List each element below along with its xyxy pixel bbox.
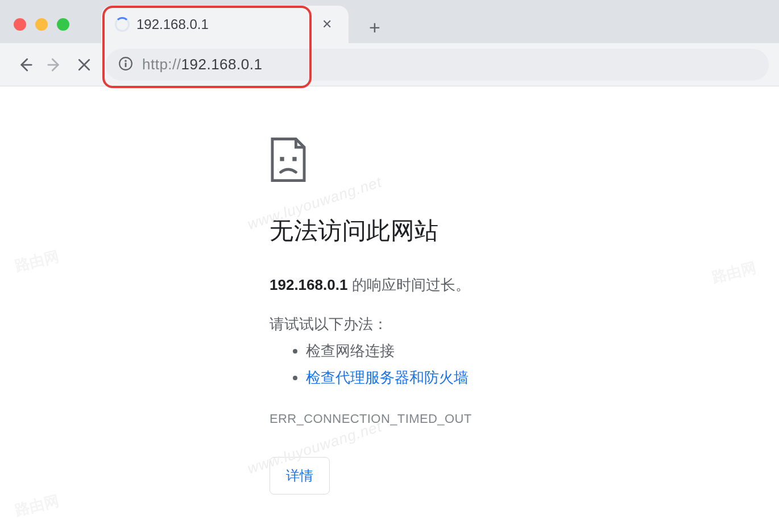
- error-suggestion-item: 检查网络连接: [306, 341, 668, 361]
- watermark-brand: 路由网: [13, 246, 61, 276]
- error-title: 无法访问此网站: [270, 215, 668, 247]
- watermark-brand: 路由网: [710, 257, 758, 288]
- forward-button[interactable]: [40, 50, 69, 80]
- suggestion-link[interactable]: 检查代理服务器和防火墙: [306, 369, 469, 386]
- error-code: ERR_CONNECTION_TIMED_OUT: [270, 412, 668, 426]
- url-protocol: http://: [142, 56, 181, 73]
- chrome-error-container: 无法访问此网站 192.168.0.1 的响应时间过长。 请试试以下办法： 检查…: [270, 138, 668, 494]
- info-circle-icon: [118, 56, 133, 71]
- address-bar-url: http://192.168.0.1: [142, 56, 262, 73]
- new-tab-button[interactable]: +: [359, 11, 391, 43]
- macos-window-controls: [14, 18, 69, 31]
- tab-loading-spinner-icon: [115, 17, 130, 32]
- close-icon: ✕: [322, 17, 332, 31]
- plus-icon: +: [369, 16, 380, 39]
- watermark-brand: 路由网: [13, 491, 61, 521]
- window-close-button[interactable]: [14, 18, 26, 31]
- svg-rect-2: [125, 63, 127, 67]
- svg-point-1: [125, 60, 126, 61]
- page-content: 路由网 路由网 路由网 路由网 www.luyouwang.net www.lu…: [0, 86, 779, 532]
- sad-file-icon: [270, 138, 668, 184]
- arrow-right-icon: [46, 56, 63, 73]
- tab-strip: 192.168.0.1 ✕ +: [0, 0, 779, 43]
- error-host: 192.168.0.1: [270, 276, 347, 293]
- url-host: 192.168.0.1: [181, 56, 263, 73]
- browser-chrome: 192.168.0.1 ✕ +: [0, 0, 779, 86]
- window-zoom-button[interactable]: [57, 18, 69, 31]
- tab-title: 192.168.0.1: [136, 16, 319, 32]
- window-minimize-button[interactable]: [35, 18, 48, 31]
- svg-rect-4: [292, 157, 296, 161]
- error-subtitle-text: 的响应时间过长。: [347, 276, 470, 293]
- browser-toolbar: http://192.168.0.1: [0, 43, 779, 86]
- error-suggestions: 检查网络连接 检查代理服务器和防火墙: [270, 341, 668, 388]
- browser-tab-active[interactable]: 192.168.0.1 ✕: [101, 6, 349, 43]
- error-suggestion-item: 检查代理服务器和防火墙: [306, 368, 668, 388]
- site-info-button[interactable]: [118, 56, 133, 73]
- error-subtitle: 192.168.0.1 的响应时间过长。: [270, 275, 668, 295]
- address-bar[interactable]: http://192.168.0.1: [106, 49, 769, 81]
- error-try-label: 请试试以下办法：: [270, 314, 668, 334]
- back-button[interactable]: [10, 50, 40, 80]
- svg-rect-3: [280, 157, 284, 161]
- suggestion-text: 检查网络连接: [306, 342, 395, 359]
- close-icon: [76, 56, 93, 73]
- details-button[interactable]: 详情: [270, 457, 330, 494]
- arrow-left-icon: [16, 56, 34, 73]
- tab-close-button[interactable]: ✕: [319, 17, 335, 32]
- stop-loading-button[interactable]: [69, 50, 99, 80]
